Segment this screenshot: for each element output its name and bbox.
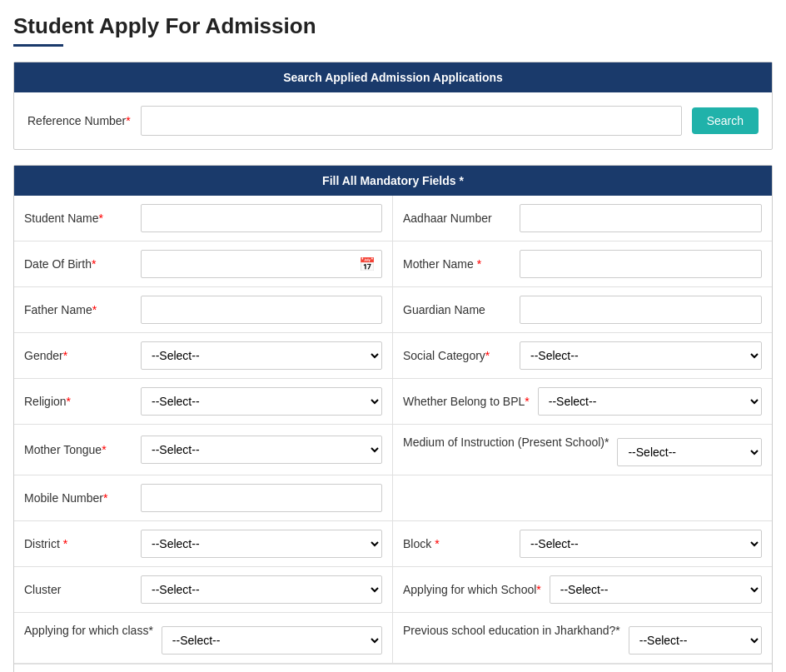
reference-input[interactable]	[141, 106, 682, 136]
submit-row: Submit	[14, 664, 772, 672]
social-category-cell: Social Category* --Select--	[393, 333, 772, 379]
district-cell: District * --Select--	[14, 521, 393, 567]
prev-school-select[interactable]: --Select--	[629, 626, 762, 655]
mother-name-input[interactable]	[520, 250, 762, 278]
religion-label: Religion*	[24, 395, 132, 408]
mobile-input[interactable]	[141, 484, 382, 512]
cluster-label: Cluster	[24, 583, 132, 596]
religion-cell: Religion* --Select--	[14, 379, 393, 425]
page-title: Student Apply For Admission	[13, 13, 773, 39]
class-label: Applying for which class*	[24, 623, 153, 640]
search-row: Reference Number* Search	[27, 106, 759, 136]
gender-label: Gender*	[24, 349, 132, 362]
class-select[interactable]: --Select--	[162, 626, 382, 655]
prev-school-cell: Previous school education in Jharkhand?*…	[393, 613, 772, 664]
empty-cell	[393, 475, 772, 521]
gender-select[interactable]: --Select--	[141, 341, 382, 370]
district-select[interactable]: --Select--	[141, 530, 382, 558]
social-category-label: Social Category*	[403, 349, 511, 362]
student-name-cell: Student Name*	[14, 196, 393, 241]
search-section: Search Applied Admission Applications Re…	[13, 62, 773, 150]
block-label: Block *	[403, 537, 511, 550]
school-select[interactable]: --Select--	[550, 575, 762, 604]
reference-label: Reference Number*	[27, 114, 131, 127]
prev-school-label: Previous school education in Jharkhand?*	[403, 623, 620, 640]
block-select[interactable]: --Select--	[520, 530, 762, 558]
medium-label: Medium of Instruction (Present School)*	[403, 435, 609, 451]
father-name-label: Father Name*	[24, 303, 132, 316]
form-section-header: Fill All Mandatory Fields *	[14, 166, 772, 196]
bpl-label: Whether Belong to BPL*	[403, 395, 530, 408]
school-cell: Applying for which School* --Select--	[393, 567, 772, 613]
aadhaar-number-input[interactable]	[520, 204, 762, 232]
school-label: Applying for which School*	[403, 583, 541, 596]
guardian-name-input[interactable]	[520, 296, 762, 324]
dob-input[interactable]	[141, 250, 382, 278]
dob-cell: Date Of Birth* 📅	[14, 241, 393, 287]
mother-name-cell: Mother Name *	[393, 241, 772, 287]
guardian-name-cell: Guardian Name	[393, 287, 772, 333]
title-underline	[13, 44, 63, 47]
father-name-input[interactable]	[141, 296, 382, 324]
student-name-input[interactable]	[141, 204, 382, 232]
aadhaar-number-cell: Aadhaar Number	[393, 196, 772, 241]
cluster-select[interactable]: --Select--	[141, 575, 382, 604]
mother-tongue-cell: Mother Tongue* --Select--	[14, 425, 393, 475]
mobile-cell: Mobile Number*	[14, 475, 393, 521]
dob-label: Date Of Birth*	[24, 257, 132, 271]
mother-tongue-label: Mother Tongue*	[24, 443, 132, 456]
father-name-cell: Father Name*	[14, 287, 393, 333]
mother-name-label: Mother Name *	[403, 257, 511, 271]
form-grid: Student Name* Aadhaar Number Date Of Bir…	[14, 196, 772, 664]
bpl-cell: Whether Belong to BPL* --Select--	[393, 379, 772, 425]
aadhaar-number-label: Aadhaar Number	[403, 212, 511, 225]
bpl-select[interactable]: --Select--	[538, 387, 762, 416]
dob-wrapper: 📅	[141, 250, 382, 278]
medium-select[interactable]: --Select--	[617, 438, 762, 466]
class-cell: Applying for which class* --Select--	[14, 613, 393, 664]
mother-tongue-select[interactable]: --Select--	[141, 436, 382, 464]
student-name-label: Student Name*	[24, 212, 132, 225]
religion-select[interactable]: --Select--	[141, 387, 382, 416]
search-button[interactable]: Search	[692, 107, 759, 134]
form-section: Fill All Mandatory Fields * Student Name…	[13, 165, 773, 672]
medium-cell: Medium of Instruction (Present School)* …	[393, 425, 772, 475]
cluster-cell: Cluster --Select--	[14, 567, 393, 613]
block-cell: Block * --Select--	[393, 521, 772, 567]
district-label: District *	[24, 537, 132, 550]
guardian-name-label: Guardian Name	[403, 303, 511, 316]
mobile-label: Mobile Number*	[24, 491, 132, 505]
search-section-header: Search Applied Admission Applications	[14, 62, 772, 92]
social-category-select[interactable]: --Select--	[520, 341, 762, 370]
gender-cell: Gender* --Select--	[14, 333, 393, 379]
